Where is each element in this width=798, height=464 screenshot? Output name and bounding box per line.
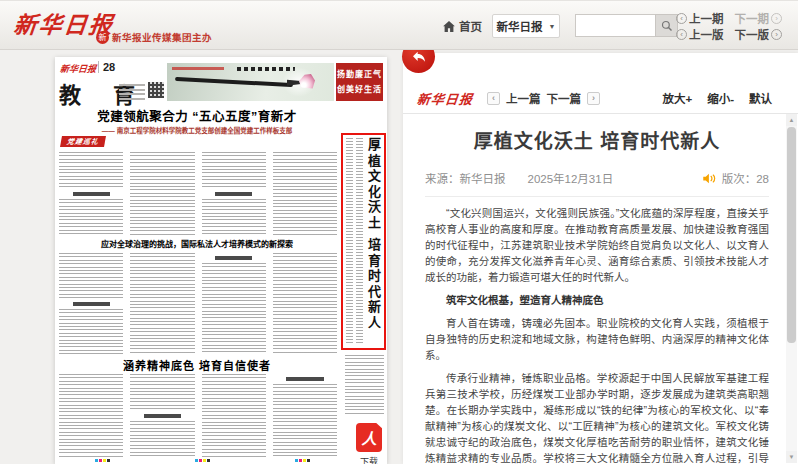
next-page-button[interactable]: 下一版 › bbox=[735, 26, 783, 42]
audio-speaker-icon[interactable] bbox=[702, 172, 717, 185]
newspaper-text-columns bbox=[59, 253, 337, 354]
article-paragraphs: “文化兴则国运兴，文化强则民族强。”文化底蕴的深厚程度，直接关乎高校育人事业的高… bbox=[425, 205, 769, 464]
next-issue-button[interactable]: 下一期 › bbox=[735, 10, 783, 26]
paragraph-subhead: 筑牢文化根基，塑造育人精神底色 bbox=[425, 292, 769, 308]
top-bar: 新华日报 新 新华报业传媒集团主办 首页 新华日报 ▼ ‹ 上一期 下一期 › bbox=[0, 0, 798, 50]
newspaper-text-columns bbox=[59, 374, 337, 458]
search-icon bbox=[661, 20, 673, 32]
article-title: 厚植文化沃土 培育时代新人 bbox=[425, 126, 769, 153]
newspaper-masthead-logo: 新华日报 bbox=[59, 62, 96, 75]
circle-right-arrow-icon: › bbox=[771, 13, 782, 24]
circle-right-arrow-icon: › bbox=[771, 29, 782, 40]
prev-issue-label: 上一期 bbox=[689, 10, 724, 26]
prev-issue-button[interactable]: ‹ 上一期 bbox=[676, 10, 724, 26]
chevron-down-icon: ▼ bbox=[549, 23, 556, 30]
search-button[interactable] bbox=[655, 14, 678, 37]
prev-article-button[interactable]: 上一篇 bbox=[506, 90, 541, 106]
banner-small-red-text bbox=[172, 67, 224, 70]
print-color-marks bbox=[195, 459, 210, 462]
panel-logo: 新华日报 bbox=[416, 89, 474, 108]
fake-text-column bbox=[346, 138, 353, 345]
article-panel-header: 新华日报 ‹ 上一篇 下一篇 › 放大+ 缩小- 默认 bbox=[403, 83, 798, 113]
scrollbar-thumb[interactable] bbox=[787, 127, 796, 343]
search-box bbox=[575, 14, 678, 37]
print-color-marks bbox=[295, 459, 310, 462]
slogan-line2: 创美好生活 bbox=[336, 82, 383, 97]
media-group-emblem-icon: 新 bbox=[96, 31, 109, 44]
paper-select-dropdown[interactable]: 新华日报 ▼ bbox=[492, 14, 560, 38]
media-group-label: 新华报业传媒集团主办 bbox=[112, 30, 212, 44]
paragraph: “文化兴则国运兴，文化强则民族强。”文化底蕴的深厚程度，直接关乎高校育人事业的高… bbox=[425, 205, 769, 285]
print-color-marks bbox=[95, 459, 110, 462]
article-meta: 来源：新华日报 2025年12月31日 版次：28 bbox=[425, 170, 769, 186]
search-input[interactable] bbox=[575, 14, 655, 37]
prev-page-label: 上一版 bbox=[689, 26, 724, 42]
newspaper-text-column bbox=[345, 355, 384, 415]
slogan-line1: 扬勤廉正气 bbox=[336, 67, 383, 82]
zoom-in-button[interactable]: 放大+ bbox=[662, 90, 692, 106]
newspaper-headline-2: 应对全球治理的挑战，国际私法人才培养模式的新探索 bbox=[55, 238, 339, 249]
scrollbar-up-arrow[interactable]: ▲ bbox=[786, 114, 797, 126]
highlighted-article-vertical-title: 厚植文化沃土 培育时代新人 bbox=[366, 138, 381, 345]
newspaper-page-thumbnail[interactable]: 新华日报 28 教 育 扬勤廉正气 创美好生活 党建领航聚合力 “五心五度”育新… bbox=[55, 57, 387, 464]
newspaper-page-number: 28 bbox=[98, 61, 115, 73]
article-edition: 版次：28 bbox=[722, 170, 769, 186]
paper-select-value: 新华日报 bbox=[497, 18, 543, 34]
next-page-label: 下一版 bbox=[735, 26, 770, 42]
newspaper-headline-3: 涵养精神底色 培育自信使者 bbox=[55, 357, 339, 373]
fake-text-column bbox=[356, 138, 363, 345]
pdf-download-label: 下载 bbox=[350, 455, 388, 464]
paragraph: 育人首在铸魂，铸魂必先固本。职业院校的文化育人实践，须植根于自身独特的历史积淀和… bbox=[425, 315, 769, 363]
highlighted-article-box[interactable]: 厚植文化沃土 培育时代新人 bbox=[341, 133, 386, 350]
article-date: 2025年12月31日 bbox=[528, 170, 614, 186]
circle-left-arrow-icon: ‹ bbox=[676, 29, 687, 40]
home-link[interactable]: 首页 bbox=[443, 18, 482, 34]
issue-page-pagination: ‹ 上一期 下一期 › ‹ 上一版 下一版 › bbox=[676, 10, 782, 42]
next-issue-label: 下一期 bbox=[735, 10, 770, 26]
newspaper-banner-ad bbox=[167, 63, 334, 101]
circle-left-arrow-icon: ‹ bbox=[676, 13, 687, 24]
article-content: 厚植文化沃土 培育时代新人 来源：新华日报 2025年12月31日 版次：28 … bbox=[403, 114, 785, 464]
pdf-icon: 人 bbox=[361, 427, 376, 448]
pdf-download-button[interactable]: 人 bbox=[356, 423, 382, 452]
zoom-out-button[interactable]: 缩小- bbox=[707, 90, 734, 106]
article-reader-panel: 新华日报 ‹ 上一篇 下一篇 › 放大+ 缩小- 默认 厚植文化沃土 培育时代新… bbox=[403, 53, 798, 464]
home-icon bbox=[443, 21, 455, 32]
prev-page-button[interactable]: ‹ 上一版 bbox=[676, 26, 724, 42]
back-arrow-icon bbox=[411, 49, 427, 65]
newspaper-slogan-box: 扬勤廉正气 创美好生活 bbox=[336, 63, 383, 101]
zoom-reset-button[interactable]: 默认 bbox=[749, 90, 772, 106]
newspaper-subtitle-1: —— 南京工程学院材料学院教工党支部创建全国党建工作样板支部 bbox=[55, 125, 339, 135]
newspaper-text-columns bbox=[59, 152, 337, 236]
prev-article-arrow-icon[interactable]: ‹ bbox=[487, 92, 500, 105]
article-navigation: ‹ 上一篇 下一篇 › bbox=[487, 90, 600, 106]
media-group-byline: 新 新华报业传媒集团主办 bbox=[96, 30, 212, 44]
home-label: 首页 bbox=[459, 18, 482, 34]
next-article-button[interactable]: 下一篇 bbox=[547, 90, 582, 106]
scrollbar-down-arrow[interactable]: ▼ bbox=[786, 451, 797, 463]
next-article-arrow-icon[interactable]: › bbox=[587, 92, 600, 105]
newspaper-headline-1: 党建领航聚合力 “五心五度”育新才 bbox=[55, 106, 339, 125]
scrollbar[interactable]: ▲ ▼ bbox=[786, 114, 797, 463]
paragraph: 传承行业精神，锤炼职业品格。学校源起于中国人民解放军基建工程兵第三技术学校，历经… bbox=[425, 370, 769, 464]
calligraphy-brush-icon bbox=[175, 77, 293, 87]
qr-code bbox=[148, 82, 164, 98]
newspaper-column-label: 党建巡礼 bbox=[60, 136, 106, 147]
divider bbox=[425, 196, 769, 197]
newspaper-date-info bbox=[119, 84, 145, 102]
font-size-controls: 放大+ 缩小- 默认 bbox=[662, 90, 772, 106]
article-source: 来源：新华日报 bbox=[425, 170, 506, 186]
